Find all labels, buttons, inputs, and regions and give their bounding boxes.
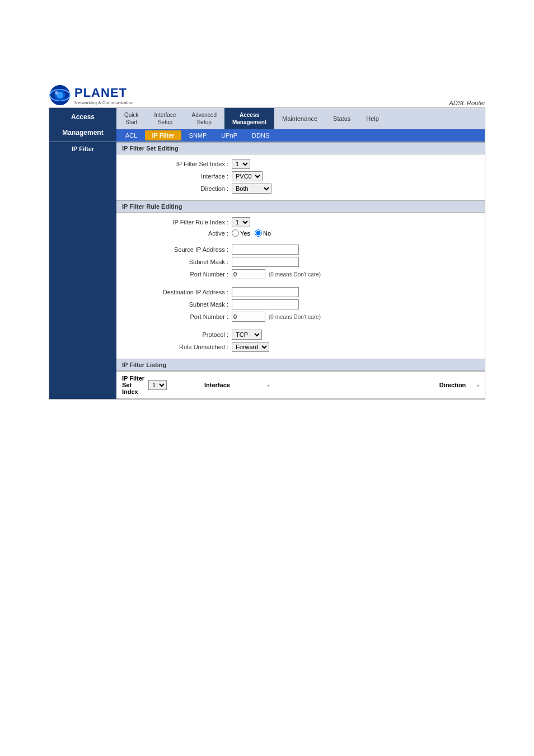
section-body-rule-editing: IP Filter Rule Index : 123456 Active : Y… [116,213,485,359]
row-source-port: Port Number : (0 means Don't care) [128,269,474,279]
logo: PLANET Networking & Communication [49,84,133,106]
row-source-subnet: Subnet Mask : [128,257,474,267]
page-wrapper: PLANET Networking & Communication ADSL R… [0,0,534,756]
dest-ip-input[interactable] [232,287,299,297]
source-ip-input[interactable] [232,245,299,255]
source-port-label: Port Number : [128,271,228,278]
row-dest-ip: Destination IP Address : [128,287,474,297]
listing-header-row: IP Filter Set Index 123456 Interface - D… [116,371,485,399]
nav-sub-tabs: ACL IP Filter SNMP UPnP DDNS [116,129,485,142]
dest-port-input[interactable] [232,312,265,322]
listing-col-interface-header: Interface [178,382,256,388]
active-yes-label[interactable]: Yes [232,229,250,237]
rule-unmatched-select[interactable]: ForwardNext [232,342,269,352]
nav-sidebar-line1: Access [71,113,95,121]
content-sidebar: IP Filter [49,142,116,399]
filter-set-index-label: IP Filter Set Index : [128,161,228,167]
dest-subnet-input[interactable] [232,299,299,309]
listing-col-index-header: IP Filter Set Index 123456 [122,375,167,395]
rule-index-select[interactable]: 123456 [232,217,250,227]
source-port-hint: (0 means Don't care) [269,271,321,278]
adsl-router-label: ADSL Router [449,100,485,106]
listing-col-direction-header: Direction [410,382,466,388]
spacer2 [128,281,474,287]
rule-unmatched-label: Rule Unmatched : [128,344,228,350]
row-active: Active : Yes No [128,229,474,237]
section-header-rule-editing: IP Filter Rule Editing [116,200,485,213]
source-port-input[interactable] [232,269,265,279]
tab-maintenance[interactable]: Maintenance [274,108,325,129]
protocol-label: Protocol : [128,331,228,338]
active-no-radio[interactable] [255,229,262,237]
brand-subtitle: Networking & Communication [74,100,133,105]
tab-status[interactable]: Status [325,108,358,129]
logo-text: PLANET Networking & Communication [74,86,133,105]
dest-ip-label: Destination IP Address : [128,289,228,295]
row-dest-port: Port Number : (0 means Don't care) [128,312,474,322]
interface-select[interactable]: PVC0PVC1PVC2PVC3 [232,171,263,181]
active-radio-group: Yes No [232,229,271,237]
main-nav: Access Management QuickStart InterfaceSe… [49,107,485,142]
tab-access-management[interactable]: AccessManagement [224,108,274,129]
content-area: IP Filter IP Filter Set Editing IP Filte… [49,142,485,400]
row-rule-index: IP Filter Rule Index : 123456 [128,217,474,227]
content-main: IP Filter Set Editing IP Filter Set Inde… [116,142,485,399]
sub-tab-snmp[interactable]: SNMP [182,130,214,140]
listing-index-select[interactable]: 123456 [148,380,167,390]
source-subnet-label: Subnet Mask : [128,259,228,265]
svg-point-4 [55,91,58,95]
protocol-select[interactable]: TCPUDPICMPAny [232,330,262,340]
filter-set-index-select[interactable]: 123456 [232,159,250,169]
nav-tabs-area: QuickStart InterfaceSetup AdvancedSetup … [116,108,485,142]
tab-interface-setup[interactable]: InterfaceSetup [147,108,184,129]
listing-interface-dash: - [268,382,270,388]
interface-label: Interface : [128,173,228,180]
row-dest-subnet: Subnet Mask : [128,299,474,309]
tab-help[interactable]: Help [358,108,387,129]
nav-top-tabs: QuickStart InterfaceSetup AdvancedSetup … [116,108,485,129]
section-header-listing: IP Filter Listing [116,359,485,371]
section-header-set-editing: IP Filter Set Editing [116,142,485,154]
nav-sidebar-line2: Management [62,129,103,137]
direction-select[interactable]: BothIncomingOutgoing [232,184,271,194]
row-interface: Interface : PVC0PVC1PVC2PVC3 [128,171,474,181]
brand-name: PLANET [74,86,133,100]
row-direction: Direction : BothIncomingOutgoing [128,184,474,194]
rule-index-label: IP Filter Rule Index : [128,219,228,226]
spacer3 [128,324,474,330]
sub-tab-upnp[interactable]: UPnP [214,130,244,140]
router-container: PLANET Networking & Communication ADSL R… [49,84,485,400]
active-no-label[interactable]: No [255,229,271,237]
nav-sidebar-label: Access Management [49,108,116,142]
tab-advanced-setup[interactable]: AdvancedSetup [184,108,224,129]
sub-tab-ddns[interactable]: DDNS [245,130,276,140]
dest-subnet-label: Subnet Mask : [128,301,228,308]
active-label: Active : [128,230,228,237]
active-yes-radio[interactable] [232,229,239,237]
source-ip-label: Source IP Address : [128,246,228,253]
row-rule-unmatched: Rule Unmatched : ForwardNext [128,342,474,352]
source-subnet-input[interactable] [232,257,299,267]
spacer1 [128,239,474,245]
sub-tab-acl[interactable]: ACL [119,130,144,140]
section-body-set-editing: IP Filter Set Index : 123456 Interface :… [116,154,485,200]
dest-port-label: Port Number : [128,313,228,320]
row-filter-set-index: IP Filter Set Index : 123456 [128,159,474,169]
logo-bar: PLANET Networking & Communication ADSL R… [49,84,485,106]
tab-quick-start[interactable]: QuickStart [116,108,147,129]
planet-logo-icon [49,84,71,106]
sub-tab-ip-filter[interactable]: IP Filter [145,130,181,140]
listing-direction-dash: - [477,382,479,388]
dest-port-hint: (0 means Don't care) [269,314,321,320]
row-source-ip: Source IP Address : [128,245,474,255]
direction-label: Direction : [128,185,228,192]
row-protocol: Protocol : TCPUDPICMPAny [128,330,474,340]
